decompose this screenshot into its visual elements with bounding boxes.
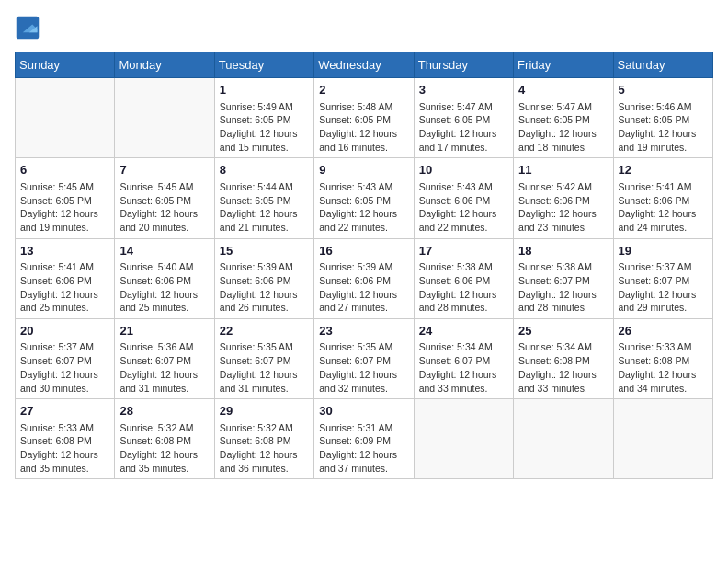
calendar-cell: 21Sunrise: 5:36 AMSunset: 6:07 PMDayligh…	[115, 318, 214, 398]
calendar-cell: 24Sunrise: 5:34 AMSunset: 6:07 PMDayligh…	[414, 318, 513, 398]
week-row-4: 20Sunrise: 5:37 AMSunset: 6:07 PMDayligh…	[16, 318, 713, 398]
calendar-cell: 4Sunrise: 5:47 AMSunset: 6:05 PMDaylight…	[514, 78, 613, 158]
day-number: 27	[20, 403, 109, 419]
day-number: 20	[20, 323, 109, 339]
logo	[15, 15, 44, 40]
day-number: 19	[619, 243, 708, 259]
calendar-cell: 15Sunrise: 5:39 AMSunset: 6:06 PMDayligh…	[214, 238, 313, 318]
day-number: 16	[319, 243, 408, 259]
day-info: Sunrise: 5:39 AMSunset: 6:06 PMDaylight:…	[319, 260, 408, 315]
weekday-header-sunday: Sunday	[16, 52, 115, 78]
calendar-cell: 12Sunrise: 5:41 AMSunset: 6:06 PMDayligh…	[613, 158, 712, 238]
day-number: 24	[419, 323, 508, 339]
day-number: 26	[619, 323, 708, 339]
day-info: Sunrise: 5:32 AMSunset: 6:08 PMDaylight:…	[119, 421, 209, 476]
week-row-5: 27Sunrise: 5:33 AMSunset: 6:08 PMDayligh…	[16, 399, 713, 479]
day-number: 1	[220, 82, 309, 98]
calendar-cell: 14Sunrise: 5:40 AMSunset: 6:06 PMDayligh…	[115, 238, 214, 318]
day-info: Sunrise: 5:38 AMSunset: 6:06 PMDaylight:…	[419, 260, 508, 315]
calendar-cell: 11Sunrise: 5:42 AMSunset: 6:06 PMDayligh…	[514, 158, 613, 238]
weekday-header-row: SundayMondayTuesdayWednesdayThursdayFrid…	[16, 52, 713, 78]
day-number: 2	[319, 82, 408, 98]
calendar-cell: 3Sunrise: 5:47 AMSunset: 6:05 PMDaylight…	[414, 78, 513, 158]
logo-icon	[15, 15, 40, 40]
calendar-cell: 19Sunrise: 5:37 AMSunset: 6:07 PMDayligh…	[613, 238, 712, 318]
calendar-cell	[16, 78, 115, 158]
day-info: Sunrise: 5:33 AMSunset: 6:08 PMDaylight:…	[20, 421, 109, 476]
day-number: 5	[619, 82, 708, 98]
day-number: 8	[220, 162, 309, 178]
weekday-header-monday: Monday	[115, 52, 214, 78]
day-info: Sunrise: 5:43 AMSunset: 6:06 PMDaylight:…	[419, 180, 508, 235]
day-number: 22	[220, 323, 309, 339]
week-row-1: 1Sunrise: 5:49 AMSunset: 6:05 PMDaylight…	[16, 78, 713, 158]
day-info: Sunrise: 5:44 AMSunset: 6:05 PMDaylight:…	[220, 180, 309, 235]
day-info: Sunrise: 5:34 AMSunset: 6:07 PMDaylight:…	[419, 340, 508, 395]
calendar-table: SundayMondayTuesdayWednesdayThursdayFrid…	[15, 52, 713, 479]
calendar-cell: 18Sunrise: 5:38 AMSunset: 6:07 PMDayligh…	[514, 238, 613, 318]
day-number: 4	[518, 82, 608, 98]
day-number: 11	[518, 162, 608, 178]
week-row-2: 6Sunrise: 5:45 AMSunset: 6:05 PMDaylight…	[16, 158, 713, 238]
calendar-cell	[115, 78, 214, 158]
day-number: 21	[119, 323, 209, 339]
calendar-cell: 1Sunrise: 5:49 AMSunset: 6:05 PMDaylight…	[214, 78, 313, 158]
day-info: Sunrise: 5:35 AMSunset: 6:07 PMDaylight:…	[220, 340, 309, 395]
calendar-cell: 2Sunrise: 5:48 AMSunset: 6:05 PMDaylight…	[314, 78, 414, 158]
calendar-cell: 16Sunrise: 5:39 AMSunset: 6:06 PMDayligh…	[314, 238, 414, 318]
weekday-header-saturday: Saturday	[613, 52, 712, 78]
day-info: Sunrise: 5:46 AMSunset: 6:05 PMDaylight:…	[619, 100, 708, 155]
calendar-cell: 8Sunrise: 5:44 AMSunset: 6:05 PMDaylight…	[214, 158, 313, 238]
calendar-cell: 7Sunrise: 5:45 AMSunset: 6:05 PMDaylight…	[115, 158, 214, 238]
day-number: 25	[518, 323, 608, 339]
calendar-cell: 23Sunrise: 5:35 AMSunset: 6:07 PMDayligh…	[314, 318, 414, 398]
day-number: 28	[119, 403, 209, 419]
weekday-header-friday: Friday	[514, 52, 613, 78]
calendar-cell: 28Sunrise: 5:32 AMSunset: 6:08 PMDayligh…	[115, 399, 214, 479]
day-info: Sunrise: 5:38 AMSunset: 6:07 PMDaylight:…	[518, 260, 608, 315]
calendar-cell	[613, 399, 712, 479]
day-info: Sunrise: 5:39 AMSunset: 6:06 PMDaylight:…	[220, 260, 309, 315]
calendar-cell: 17Sunrise: 5:38 AMSunset: 6:06 PMDayligh…	[414, 238, 513, 318]
day-info: Sunrise: 5:35 AMSunset: 6:07 PMDaylight:…	[319, 340, 408, 395]
page-header	[15, 15, 713, 40]
day-number: 17	[419, 243, 508, 259]
calendar-cell: 6Sunrise: 5:45 AMSunset: 6:05 PMDaylight…	[16, 158, 115, 238]
calendar-cell: 9Sunrise: 5:43 AMSunset: 6:05 PMDaylight…	[314, 158, 414, 238]
day-info: Sunrise: 5:48 AMSunset: 6:05 PMDaylight:…	[319, 100, 408, 155]
calendar-cell: 13Sunrise: 5:41 AMSunset: 6:06 PMDayligh…	[16, 238, 115, 318]
day-info: Sunrise: 5:37 AMSunset: 6:07 PMDaylight:…	[20, 340, 109, 395]
calendar-cell: 25Sunrise: 5:34 AMSunset: 6:08 PMDayligh…	[514, 318, 613, 398]
day-info: Sunrise: 5:45 AMSunset: 6:05 PMDaylight:…	[20, 180, 109, 235]
day-info: Sunrise: 5:34 AMSunset: 6:08 PMDaylight:…	[518, 340, 608, 395]
calendar-cell: 27Sunrise: 5:33 AMSunset: 6:08 PMDayligh…	[16, 399, 115, 479]
day-number: 14	[119, 243, 209, 259]
day-info: Sunrise: 5:32 AMSunset: 6:08 PMDaylight:…	[220, 421, 309, 476]
calendar-cell: 22Sunrise: 5:35 AMSunset: 6:07 PMDayligh…	[214, 318, 313, 398]
day-info: Sunrise: 5:47 AMSunset: 6:05 PMDaylight:…	[419, 100, 508, 155]
day-number: 30	[319, 403, 408, 419]
calendar-cell: 26Sunrise: 5:33 AMSunset: 6:08 PMDayligh…	[613, 318, 712, 398]
day-number: 15	[220, 243, 309, 259]
day-info: Sunrise: 5:37 AMSunset: 6:07 PMDaylight:…	[619, 260, 708, 315]
day-info: Sunrise: 5:43 AMSunset: 6:05 PMDaylight:…	[319, 180, 408, 235]
day-info: Sunrise: 5:40 AMSunset: 6:06 PMDaylight:…	[119, 260, 209, 315]
day-number: 18	[518, 243, 608, 259]
day-info: Sunrise: 5:47 AMSunset: 6:05 PMDaylight:…	[518, 100, 608, 155]
weekday-header-thursday: Thursday	[414, 52, 513, 78]
day-info: Sunrise: 5:33 AMSunset: 6:08 PMDaylight:…	[619, 340, 708, 395]
calendar-cell: 5Sunrise: 5:46 AMSunset: 6:05 PMDaylight…	[613, 78, 712, 158]
calendar-cell: 10Sunrise: 5:43 AMSunset: 6:06 PMDayligh…	[414, 158, 513, 238]
day-number: 9	[319, 162, 408, 178]
day-info: Sunrise: 5:42 AMSunset: 6:06 PMDaylight:…	[518, 180, 608, 235]
day-number: 3	[419, 82, 508, 98]
day-number: 6	[20, 162, 109, 178]
day-info: Sunrise: 5:45 AMSunset: 6:05 PMDaylight:…	[119, 180, 209, 235]
weekday-header-wednesday: Wednesday	[314, 52, 414, 78]
day-number: 23	[319, 323, 408, 339]
day-number: 10	[419, 162, 508, 178]
day-number: 29	[220, 403, 309, 419]
week-row-3: 13Sunrise: 5:41 AMSunset: 6:06 PMDayligh…	[16, 238, 713, 318]
day-info: Sunrise: 5:36 AMSunset: 6:07 PMDaylight:…	[119, 340, 209, 395]
day-number: 12	[619, 162, 708, 178]
